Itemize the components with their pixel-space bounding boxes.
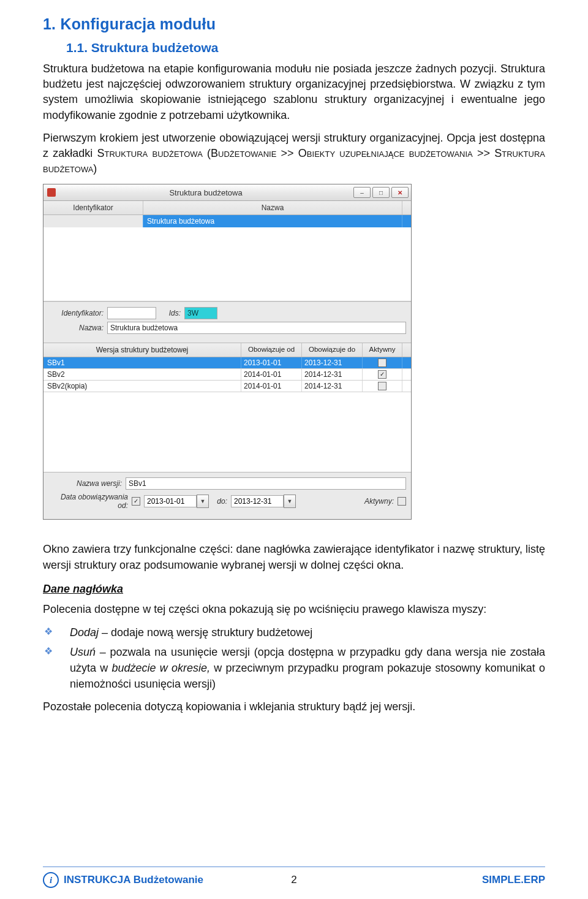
table-row[interactable]: SBv12013-01-012013-12-31 [43, 357, 411, 369]
cell-version-from: 2013-01-01 [241, 357, 302, 368]
input-valid-from[interactable] [144, 495, 197, 507]
cell-identyfikator [43, 215, 143, 227]
cmd-dodaj-desc: – dodaje nową wersję struktury budżetowe… [99, 626, 312, 639]
col-spacer [402, 201, 411, 214]
checkbox-valid-from[interactable]: ✓ [132, 497, 140, 506]
col-version-spacer [402, 343, 411, 357]
cell-version-to: 2013-12-31 [302, 357, 363, 368]
footer-page-number: 2 [285, 874, 303, 886]
cell-spacer [402, 357, 411, 368]
cell-version-to: 2014-12-31 [302, 381, 363, 392]
cell-version-from: 2014-01-01 [241, 369, 302, 380]
cell-version-to: 2014-12-31 [302, 369, 363, 380]
list-item: ❖ Dodaj – dodaje nową wersję struktury b… [43, 624, 545, 640]
date-from-dropdown-icon[interactable]: ▼ [197, 495, 209, 508]
checkbox-icon[interactable]: ✓ [378, 370, 386, 379]
subheading-dane-naglowka: Dane nagłówka [43, 583, 545, 596]
col-version-active[interactable]: Aktywny [363, 343, 402, 357]
input-version-name[interactable] [126, 477, 406, 490]
window-title: Struktura budżetowa [58, 188, 353, 197]
col-identyfikator[interactable]: Identyfikator [43, 201, 143, 214]
maximize-button[interactable]: □ [372, 187, 390, 198]
date-to-dropdown-icon[interactable]: ▼ [284, 495, 296, 508]
cell-version-name: SBv2 [43, 369, 241, 380]
col-nazwa[interactable]: Nazwa [143, 201, 402, 214]
app-window: Struktura budżetowa – □ ✕ Identyfikator … [43, 184, 412, 520]
cell-version-active[interactable]: ✓ [363, 369, 402, 380]
paragraph-5: Pozostałe polecenia dotyczą kopiowania i… [43, 699, 545, 715]
heading-1-1: 1.1. Struktura budżetowa [66, 40, 545, 55]
input-identyfikator[interactable] [107, 307, 156, 319]
checkbox-aktywny[interactable] [398, 497, 406, 506]
versions-header: Wersja struktury budżetowej Obowiązuje o… [43, 343, 411, 357]
label-ids: Ids: [156, 309, 184, 317]
label-version-name: Nazwa wersji: [48, 479, 126, 488]
versions-grid-empty [43, 392, 411, 472]
label-identyfikator: Identyfikator: [48, 309, 107, 317]
list-item: ❖ Usuń – pozwala na usunięcie wersji (op… [43, 644, 545, 692]
col-version-from[interactable]: Obowiązuje od [241, 343, 302, 357]
top-grid-empty [43, 227, 411, 302]
erp-window-figure: Struktura budżetowa – □ ✕ Identyfikator … [43, 184, 545, 520]
table-row[interactable]: SBv22014-01-012014-12-31✓ [43, 369, 411, 381]
paragraph-2-path: Struktura budżetowa (Budżetowanie >> Obi… [43, 147, 545, 175]
label-aktywny: Aktywny: [364, 497, 398, 506]
footer-right-text: SIMPLE.ERP [303, 874, 545, 886]
footer-left-text: INSTRUKCJA Budżetowanie [64, 874, 203, 886]
info-icon: i [43, 872, 59, 888]
cmd-usun: Usuń [70, 646, 96, 658]
page-footer: i INSTRUKCJA Budżetowanie 2 SIMPLE.ERP [43, 867, 545, 888]
cell-version-active[interactable] [363, 381, 402, 392]
versions-rows: SBv12013-01-012013-12-31SBv22014-01-0120… [43, 357, 411, 392]
table-row[interactable]: SBv2(kopia)2014-01-012014-12-31 [43, 381, 411, 392]
checkbox-icon[interactable] [378, 358, 386, 367]
commands-list: ❖ Dodaj – dodaje nową wersję struktury b… [43, 624, 545, 692]
cell-version-active[interactable] [363, 357, 402, 368]
input-valid-to[interactable] [231, 495, 284, 507]
cell-version-name: SBv1 [43, 357, 241, 368]
app-icon [47, 188, 56, 197]
bullet-icon: ❖ [43, 624, 70, 640]
checkbox-icon[interactable] [378, 382, 386, 390]
col-version-to[interactable]: Obowiązuje do [302, 343, 363, 357]
cell-spacer [402, 215, 411, 227]
version-summary-panel: Nazwa wersji: Data obowiązywania od: ✓ ▼… [43, 472, 411, 519]
paragraph-3: Okno zawiera trzy funkcjonalne części: d… [43, 542, 545, 572]
heading-1: 1. Konfiguracja modułu [43, 15, 545, 33]
cell-spacer [402, 381, 411, 392]
paragraph-2: Pierwszym krokiem jest utworzenie obowią… [43, 131, 545, 177]
cmd-usun-italic: budżecie w okresie, [111, 662, 210, 674]
app-titlebar: Struktura budżetowa – □ ✕ [43, 184, 411, 201]
header-details-panel: Identyfikator: Ids: Nazwa: [43, 302, 411, 343]
top-grid-header: Identyfikator Nazwa [43, 201, 411, 215]
paragraph-4: Polecenia dostępne w tej części okna pok… [43, 602, 545, 617]
input-nazwa[interactable] [107, 322, 406, 334]
top-grid-row-selected[interactable]: Struktura budżetowa [43, 215, 411, 227]
label-nazwa: Nazwa: [48, 324, 107, 332]
cell-version-from: 2014-01-01 [241, 381, 302, 392]
col-version-name[interactable]: Wersja struktury budżetowej [43, 343, 241, 357]
cell-version-name: SBv2(kopia) [43, 381, 241, 392]
minimize-button[interactable]: – [353, 187, 371, 198]
label-valid-to: do: [209, 497, 231, 506]
paragraph-1: Struktura budżetowa na etapie konfigurow… [43, 61, 545, 123]
bullet-icon: ❖ [43, 644, 70, 692]
cell-spacer [402, 369, 411, 380]
label-valid-from: Data obowiązywania od: [48, 493, 132, 510]
cmd-dodaj: Dodaj [70, 626, 99, 639]
input-ids[interactable] [184, 307, 217, 319]
cell-nazwa: Struktura budżetowa [143, 215, 402, 227]
close-button[interactable]: ✕ [391, 187, 409, 198]
